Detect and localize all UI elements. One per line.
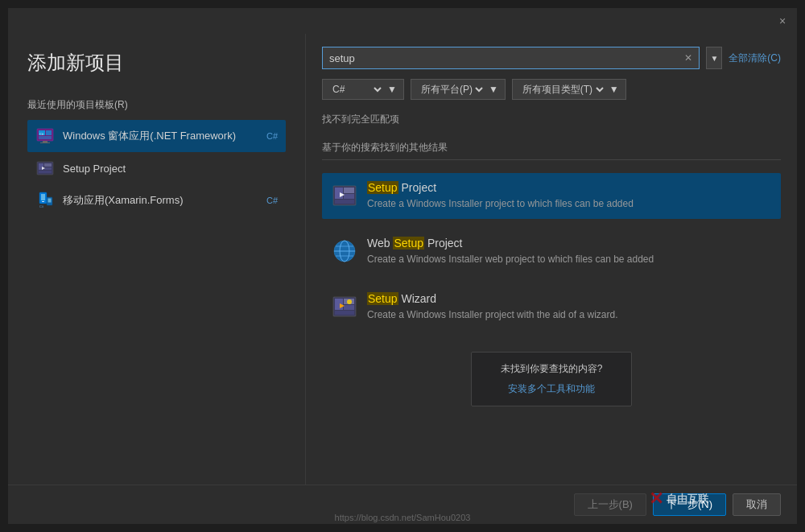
svg-rect-4 [43,141,47,142]
project-type-select[interactable]: 所有项目类型(T) 桌面 Web 移动 [519,83,606,96]
setup-project-icon [332,183,357,208]
setup-wizard-info: Setup Wizard Create a Windows Installer … [367,292,771,322]
windows-app-tag: C# [266,131,278,141]
mobile-icon: C# [35,191,55,210]
svg-rect-22 [344,194,354,199]
platform-select[interactable]: 所有平台(P) Windows Linux macOS [418,83,485,96]
add-new-item-dialog: × 添加新项目 最近使用的项目模板(R) C# [8,8,797,524]
project-type-filter[interactable]: 所有项目类型(T) 桌面 Web 移动 ▼ [512,79,626,100]
no-exact-match-text: 找不到完全匹配项 [322,109,781,130]
setup-project-info: Setup Project Create a Windows Installer… [367,181,771,211]
web-setup-title: Web Setup Project [367,237,771,250]
web-setup-highlight: Setup [393,237,424,250]
title-bar: × [8,8,797,34]
setup-project-name: Setup Project [63,163,278,175]
svg-rect-23 [335,200,354,204]
platform-filter[interactable]: 所有平台(P) Windows Linux macOS ▼ [411,79,506,100]
setup-wizard-icon [332,294,357,320]
svg-rect-15 [42,201,44,202]
mobile-app-tag: C# [266,196,278,205]
svg-rect-33 [344,305,354,310]
setup-wizard-title: Setup Wizard [367,292,771,305]
result-item-setup-wizard[interactable]: Setup Wizard Create a Windows Installer … [322,284,781,330]
dialog-title: 添加新项目 [27,50,286,76]
windows-form-icon: C# [35,126,55,146]
svg-rect-21 [344,188,354,193]
search-input[interactable] [329,52,679,64]
watermark-x-logo: ✕ [649,489,663,509]
svg-rect-10 [44,167,52,170]
svg-rect-14 [41,194,45,200]
recent-item-setup[interactable]: Setup Project [27,152,286,184]
search-clear-button[interactable]: ✕ [684,52,692,64]
setup-icon [35,159,55,178]
language-chevron-icon: ▼ [387,84,397,95]
search-row: ✕ ▼ 全部清除(C) [322,47,781,69]
mobile-app-name: 移动应用(Xamarin.Forms) [63,193,255,208]
setup-wizard-desc: Create a Windows Installer project with … [367,308,771,322]
dialog-content: 添加新项目 最近使用的项目模板(R) C# Windows 窗体应用(.NET … [8,34,797,485]
svg-point-36 [347,299,352,304]
recent-item-mobile[interactable]: C# 移动应用(Xamarin.Forms) C# [27,184,286,217]
setup-wizard-title-after: Wizard [398,292,436,305]
svg-rect-5 [40,142,50,143]
svg-rect-31 [335,299,343,310]
svg-rect-20 [335,188,343,199]
url-bar: https://blog.csdn.net/SamHou0203 [0,513,805,522]
setup-project-title: Setup Project [367,181,771,194]
web-setup-info: Web Setup Project Create a Windows Insta… [367,237,771,266]
right-panel: ✕ ▼ 全部清除(C) C# 所有语言 VB C++ ▼ [306,34,797,485]
platform-chevron-icon: ▼ [489,84,498,95]
search-dropdown-button[interactable]: ▼ [706,47,722,69]
language-filter[interactable]: C# 所有语言 VB C++ ▼ [322,79,404,100]
setup-project-highlight: Setup [367,181,398,194]
windows-app-name: Windows 窗体应用(.NET Framework) [63,129,255,143]
setup-project-desc: Create a Windows Installer project to wh… [367,197,771,211]
recent-item-windows-app[interactable]: C# Windows 窗体应用(.NET Framework) C# [27,120,286,152]
clear-all-link[interactable]: 全部清除(C) [729,52,781,65]
svg-text:C#: C# [39,204,44,208]
setup-wizard-highlight: Setup [367,292,398,305]
watermark-brand: 自由互联 [667,492,708,506]
web-setup-title-after: Project [424,237,462,250]
language-select[interactable]: C# 所有语言 VB C++ [329,83,384,96]
other-results-label: 基于你的搜索找到的其他结果 [322,139,781,160]
watermark: ✕ 自由互联 [649,489,708,509]
result-item-setup-project[interactable]: Setup Project Create a Windows Installer… [322,173,781,219]
setup-project-title-after: Project [398,181,436,194]
left-panel: 添加新项目 最近使用的项目模板(R) C# Windows 窗体应用(.NET … [8,34,306,485]
svg-rect-9 [44,163,52,167]
svg-text:C#: C# [39,132,44,136]
filters-row: C# 所有语言 VB C++ ▼ 所有平台(P) Windows Linux m… [322,79,781,100]
install-box-title: 未找到你要查找的内容? [485,362,618,376]
svg-rect-2 [46,130,52,135]
svg-rect-17 [48,199,52,203]
svg-rect-11 [39,171,52,173]
install-tools-link[interactable]: 安装多个工具和功能 [508,383,595,394]
search-box: ✕ [322,47,700,69]
web-setup-icon [332,238,357,264]
web-setup-title-before: Web [367,237,393,250]
install-more-box: 未找到你要查找的内容? 安装多个工具和功能 [471,352,632,406]
svg-rect-34 [335,311,354,315]
result-item-web-setup[interactable]: Web Setup Project Create a Windows Insta… [322,229,781,274]
svg-rect-3 [39,136,52,139]
recent-templates-label: 最近使用的项目模板(R) [27,98,286,112]
project-type-chevron-icon: ▼ [609,84,619,95]
web-setup-desc: Create a Windows Installer web project t… [367,253,771,266]
close-button[interactable]: × [774,13,791,29]
